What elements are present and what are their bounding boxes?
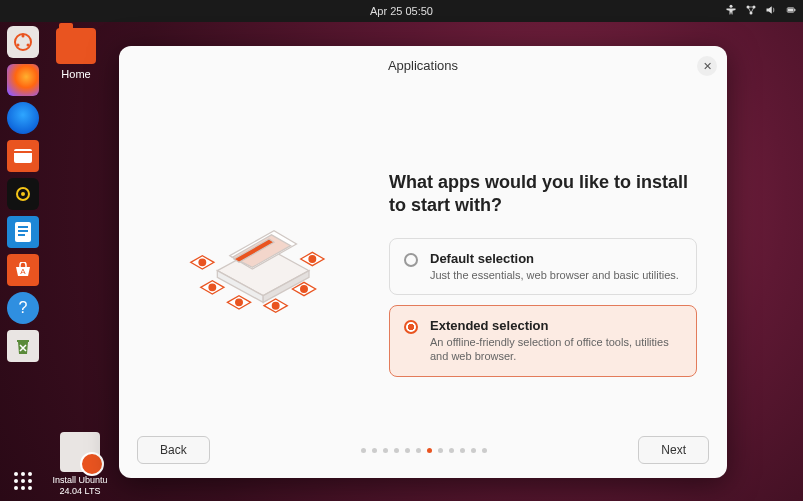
step-dot [394, 448, 399, 453]
installer-window: Applications ✕ [119, 46, 727, 478]
step-dot [460, 448, 465, 453]
illustration [139, 85, 379, 422]
step-dot [449, 448, 454, 453]
radio-extended[interactable] [404, 320, 418, 334]
radio-default[interactable] [404, 253, 418, 267]
installer-title: Applications [388, 58, 458, 73]
thunderbird-icon[interactable] [7, 102, 39, 134]
installer-footer: Back Next [119, 422, 727, 478]
step-dot [471, 448, 476, 453]
system-tray[interactable] [725, 4, 797, 18]
installer-running-icon[interactable] [7, 26, 39, 58]
svg-point-28 [21, 486, 25, 490]
svg-point-35 [199, 259, 206, 266]
step-dot [361, 448, 366, 453]
svg-point-29 [28, 486, 32, 490]
step-dot [438, 448, 443, 453]
power-icon[interactable] [785, 4, 797, 18]
svg-point-33 [301, 285, 308, 292]
volume-icon[interactable] [765, 4, 777, 18]
svg-point-31 [236, 299, 243, 306]
step-dot [405, 448, 410, 453]
step-indicator [210, 448, 639, 453]
desktop-home-folder[interactable]: Home [56, 28, 96, 80]
svg-point-26 [28, 479, 32, 483]
libreoffice-icon[interactable] [7, 216, 39, 248]
back-button[interactable]: Back [137, 436, 210, 464]
trash-icon[interactable] [7, 330, 39, 362]
svg-point-34 [309, 255, 316, 262]
network-icon[interactable] [745, 4, 757, 18]
option-default-selection[interactable]: Default selection Just the essentials, w… [389, 238, 697, 295]
desktop-install-ubuntu[interactable]: Install Ubuntu 24.04 LTS [50, 432, 110, 497]
firefox-icon[interactable] [7, 64, 39, 96]
install-ubuntu-label-1: Install Ubuntu [50, 475, 110, 486]
next-button[interactable]: Next [638, 436, 709, 464]
svg-point-24 [14, 479, 18, 483]
step-dot [427, 448, 432, 453]
dock: A ? [0, 22, 46, 501]
folder-icon [56, 28, 96, 64]
svg-rect-20 [17, 340, 29, 342]
svg-point-0 [730, 5, 733, 8]
svg-rect-16 [18, 226, 28, 228]
svg-point-23 [28, 472, 32, 476]
step-dot [372, 448, 377, 453]
top-bar: Apr 25 05:50 [0, 0, 803, 22]
svg-point-25 [21, 479, 25, 483]
svg-point-8 [22, 35, 25, 38]
accessibility-icon[interactable] [725, 4, 737, 18]
svg-point-27 [14, 486, 18, 490]
ubuntu-software-icon[interactable]: A [7, 254, 39, 286]
option-extended-desc: An offline-friendly selection of office … [430, 335, 682, 364]
option-default-title: Default selection [430, 251, 679, 266]
svg-rect-12 [14, 151, 32, 153]
files-icon[interactable] [7, 140, 39, 172]
svg-point-14 [21, 192, 25, 196]
clock: Apr 25 05:50 [370, 5, 433, 17]
svg-point-21 [14, 472, 18, 476]
step-dot [383, 448, 388, 453]
question-heading: What apps would you like to install to s… [389, 171, 697, 218]
install-ubuntu-label-2: 24.04 LTS [50, 486, 110, 497]
desktop-home-label: Home [56, 68, 96, 80]
option-extended-title: Extended selection [430, 318, 682, 333]
install-ubuntu-icon [60, 432, 100, 472]
svg-text:A: A [20, 267, 26, 276]
svg-rect-18 [18, 234, 25, 236]
installer-header: Applications ✕ [119, 46, 727, 85]
svg-point-32 [272, 302, 279, 309]
close-button[interactable]: ✕ [697, 56, 717, 76]
svg-point-22 [21, 472, 25, 476]
svg-rect-6 [788, 9, 793, 12]
svg-point-10 [17, 44, 20, 47]
svg-point-9 [27, 44, 30, 47]
step-dot [416, 448, 421, 453]
svg-point-30 [209, 284, 216, 291]
svg-rect-5 [794, 9, 796, 11]
option-default-desc: Just the essentials, web browser and bas… [430, 268, 679, 282]
rhythmbox-icon[interactable] [7, 178, 39, 210]
step-dot [482, 448, 487, 453]
close-icon: ✕ [703, 60, 712, 73]
option-extended-selection[interactable]: Extended selection An offline-friendly s… [389, 305, 697, 377]
show-applications-icon[interactable] [9, 467, 37, 495]
svg-rect-17 [18, 230, 28, 232]
help-icon[interactable]: ? [7, 292, 39, 324]
